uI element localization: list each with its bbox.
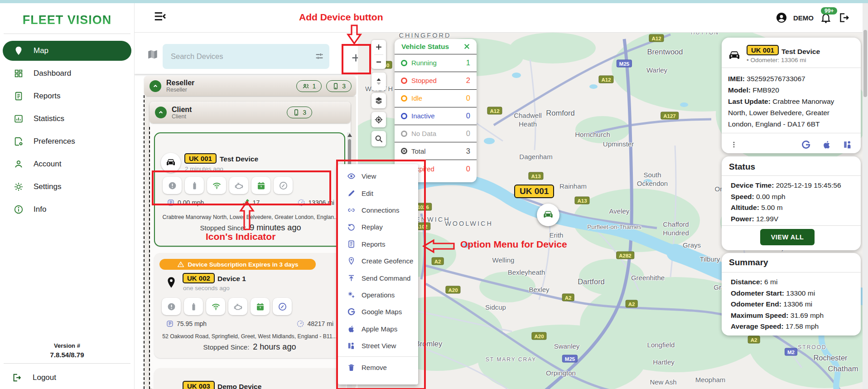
logout-icon[interactable] — [838, 12, 850, 24]
reseller-device-count: 3 — [342, 83, 346, 90]
menu-item-replay[interactable]: Replay — [338, 219, 418, 235]
menu-item-view[interactable]: View — [338, 168, 418, 185]
vehicle-status-title: Vehicle Status — [401, 43, 449, 51]
map-tilt-control[interactable] — [371, 73, 386, 91]
plate-badge: UK 002 — [183, 273, 215, 283]
summary-title: Summary — [729, 258, 768, 267]
menu-item-edit[interactable]: Edit — [338, 185, 418, 201]
map-zoom-controls[interactable] — [371, 40, 386, 69]
vehicle-status-row-total[interactable]: Total3 — [395, 142, 477, 160]
reseller-devices-pill[interactable]: 3 — [326, 80, 352, 92]
map-marker-plate[interactable]: UK 001 — [514, 185, 554, 198]
sidebar-item-map[interactable]: Map — [3, 41, 131, 61]
apple-maps-icon[interactable] — [822, 140, 832, 150]
car-icon — [727, 49, 742, 63]
map-search-button[interactable] — [371, 131, 386, 146]
engine-indicator-button[interactable] — [228, 298, 247, 315]
tilt-icon — [374, 77, 383, 86]
battery-indicator-button[interactable] — [184, 298, 203, 315]
menu-item-reports[interactable]: Reports — [338, 236, 418, 253]
sidebar-item-info[interactable]: Info — [3, 198, 131, 221]
device-icon — [293, 109, 300, 116]
sidebar-item-logout[interactable]: Logout — [0, 369, 134, 387]
user-avatar-icon[interactable] — [776, 12, 787, 23]
device-card-uk003[interactable]: UK 003 Demo Device — [154, 368, 345, 389]
more-options-icon[interactable] — [730, 139, 738, 150]
device-card-uk002[interactable]: Device Subscription Expires in 3 days UK… — [154, 253, 345, 358]
calendar-indicator-button[interactable] — [251, 298, 270, 315]
indicator-icon-row — [162, 298, 292, 315]
wifi-indicator-button[interactable] — [207, 177, 226, 194]
kv-altitude: Altitude: 5.00 m — [731, 202, 853, 214]
menu-item-remove[interactable]: Remove — [338, 359, 418, 376]
add-device-button[interactable] — [345, 47, 358, 68]
map-fold-icon[interactable] — [147, 49, 159, 60]
wifi-icon — [212, 181, 222, 190]
scroll-up-arrow[interactable] — [347, 133, 352, 137]
sidebar-collapse-icon[interactable] — [153, 10, 167, 23]
detail-actions-row — [722, 136, 861, 153]
collapse-client-button[interactable] — [155, 107, 167, 118]
engine-indicator-button[interactable] — [229, 177, 248, 194]
menu-item-send-command[interactable]: Send Command — [338, 269, 418, 286]
status-card: Status Device Time: 2025-12-19 15:45:56S… — [722, 156, 861, 250]
menu-item-operations[interactable]: Operations — [338, 287, 418, 303]
google-maps-icon[interactable] — [801, 140, 811, 150]
vehicle-status-row-no-data[interactable]: No Data0 — [395, 125, 477, 142]
map-locate-button[interactable] — [371, 112, 386, 127]
collapse-reseller-button[interactable] — [149, 80, 161, 92]
sidebar-item-settings[interactable]: Settings — [3, 175, 131, 198]
kv-odometerend: Odometer End: 13306 mi — [731, 299, 853, 310]
detail-model: Model: FMB920 — [728, 84, 854, 96]
zoom-in-icon[interactable] — [374, 40, 383, 54]
device-detail-card: UK 001 Test Device • Odometer: 13306 mi … — [722, 38, 861, 153]
map-layers-button[interactable] — [371, 93, 386, 108]
alert-indicator-button[interactable] — [162, 298, 181, 315]
filter-tune-icon[interactable] — [314, 51, 324, 61]
close-icon[interactable] — [463, 42, 471, 51]
client-group-header[interactable]: Client Client 3 — [149, 102, 351, 123]
kv-power: Power: 12.99V — [731, 214, 853, 225]
vehicle-status-row-inactive[interactable]: Inactive0 — [395, 107, 477, 125]
view-all-button[interactable]: VIEW ALL — [760, 229, 815, 245]
status-dot-icon — [401, 95, 407, 102]
sidebar-item-reports[interactable]: Reports — [3, 85, 131, 107]
kv-devicetime: Device Time: 2025-12-19 15:45:56 — [731, 180, 853, 191]
menu-item-apple-maps[interactable]: Apple Maps — [338, 321, 418, 337]
status-dot-icon — [401, 113, 407, 119]
street-view-icon[interactable] — [843, 140, 853, 150]
browser-scrollbar-thumb[interactable] — [863, 30, 867, 97]
sidebar-item-account[interactable]: Account — [3, 153, 131, 175]
map-marker-vehicle[interactable] — [537, 204, 559, 226]
gauge-indicator-button[interactable] — [273, 298, 292, 315]
eye-icon — [347, 172, 356, 180]
wifi-indicator-button[interactable] — [206, 298, 225, 315]
menu-item-street-view[interactable]: Street View — [338, 337, 418, 354]
vehicle-status-row-running[interactable]: Running1 — [395, 54, 477, 72]
engine-icon — [233, 302, 243, 311]
menu-item-google-maps[interactable]: Google Maps — [338, 303, 418, 320]
gauge-indicator-button[interactable] — [274, 177, 293, 194]
calendar-indicator-button[interactable] — [251, 177, 270, 194]
vehicle-status-row-stopped[interactable]: Stopped2 — [395, 72, 477, 89]
battery-indicator-button[interactable] — [185, 177, 204, 194]
reseller-group-header[interactable]: Reseller Reseller 1 3 — [144, 76, 356, 96]
vehicle-status-row-idle[interactable]: Idle0 — [395, 89, 477, 107]
client-devices-pill[interactable]: 3 — [287, 107, 312, 118]
calendar-icon — [256, 302, 265, 311]
search-input[interactable] — [163, 44, 329, 69]
alert-indicator-button[interactable] — [163, 177, 182, 194]
menu-item-create-geofence[interactable]: Create Geofence — [338, 253, 418, 269]
menu-item-connections[interactable]: Connections — [338, 202, 418, 219]
zoom-out-icon[interactable] — [374, 54, 383, 69]
device-card-uk001[interactable]: UK 001 Test Device 2 minutes ago 0.00 mp… — [154, 132, 345, 247]
sidebar-item-preferences[interactable]: Preferences — [3, 130, 131, 153]
alert-icon — [168, 181, 177, 190]
detail-imei: IMEI: 352592576733067 — [728, 73, 854, 84]
sidebar-item-statistics[interactable]: Statistics — [3, 107, 131, 130]
notifications-button[interactable]: 99+ — [820, 12, 832, 24]
reseller-users-pill[interactable]: 1 — [296, 80, 322, 92]
logout-icon — [12, 373, 22, 383]
sidebar-item-dashboard[interactable]: Dashboard — [3, 62, 131, 85]
status-title: Status — [729, 162, 755, 172]
